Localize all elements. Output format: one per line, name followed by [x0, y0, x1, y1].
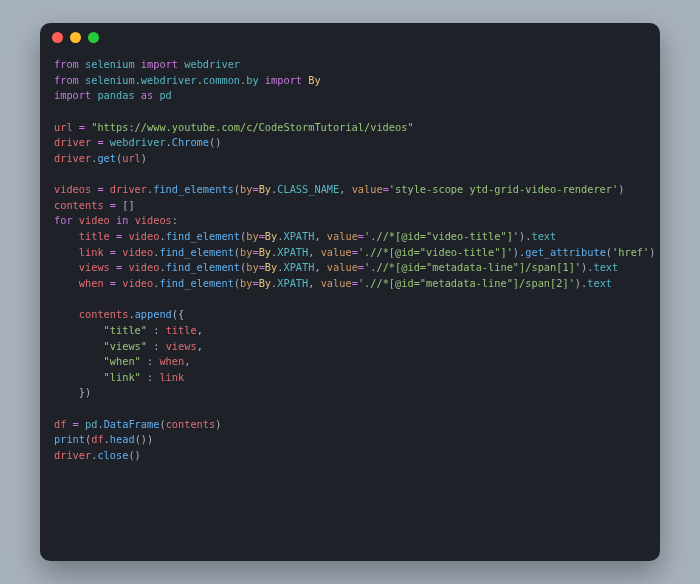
var-url: url	[54, 121, 73, 133]
kw-import: import	[265, 74, 302, 86]
titlebar	[40, 23, 660, 51]
var-df: df	[54, 418, 66, 430]
op-eq: =	[79, 121, 85, 133]
dict-key-title: "title"	[104, 324, 147, 336]
mod-pd: pd	[85, 418, 97, 430]
obj-driver: driver	[110, 183, 147, 195]
close-brace: })	[79, 386, 91, 398]
empty-list: []	[122, 199, 134, 211]
close-icon[interactable]	[52, 32, 63, 43]
attr-text: text	[531, 230, 556, 242]
cls-by: By	[259, 183, 271, 195]
fn-close: close	[97, 449, 128, 461]
mod-selenium: selenium	[85, 74, 135, 86]
mod-webdriver: webdriver	[184, 58, 240, 70]
var-driver: driver	[54, 136, 91, 148]
iter-videos: videos	[135, 214, 172, 226]
kw-from: from	[54, 74, 79, 86]
var-title: title	[79, 230, 110, 242]
attr-classname: CLASS_NAME	[277, 183, 339, 195]
obj-driver: driver	[54, 449, 91, 461]
var-driver: driver	[54, 152, 91, 164]
kw-import: import	[54, 89, 91, 101]
fn-dataframe: DataFrame	[104, 418, 160, 430]
mod-by: by	[246, 74, 258, 86]
code-content: from selenium import webdriver from sele…	[40, 51, 660, 561]
fn-print: print	[54, 433, 85, 445]
str-url: "https://www.youtube.com/c/CodeStormTuto…	[91, 121, 413, 133]
mod-webdriver: webdriver	[110, 136, 166, 148]
fn-get-attribute: get_attribute	[525, 246, 606, 258]
op-eq: =	[97, 136, 103, 148]
var-link: link	[79, 246, 104, 258]
fn-find-elements: find_elements	[153, 183, 234, 195]
obj-contents: contents	[79, 308, 129, 320]
var-video: video	[79, 214, 110, 226]
op-eq: =	[97, 183, 103, 195]
fn-find-element: find_element	[166, 230, 240, 242]
var-views: views	[79, 261, 110, 273]
code-window: from selenium import webdriver from sele…	[40, 23, 660, 561]
dict-key-link: "link"	[104, 371, 141, 383]
minimize-icon[interactable]	[70, 32, 81, 43]
str-href: 'href'	[612, 246, 649, 258]
param-value: value	[352, 183, 383, 195]
kw-from: from	[54, 58, 79, 70]
arg-url: url	[122, 152, 141, 164]
cls-by: By	[308, 74, 320, 86]
mod-webdriver: webdriver	[141, 74, 197, 86]
dict-key-when: "when"	[104, 355, 141, 367]
fn-head: head	[110, 433, 135, 445]
kw-import: import	[141, 58, 178, 70]
mod-pandas: pandas	[97, 89, 134, 101]
kw-as: as	[141, 89, 153, 101]
paren: ()	[209, 136, 221, 148]
mod-common: common	[203, 74, 240, 86]
op-eq: =	[110, 199, 116, 211]
fn-append: append	[135, 308, 172, 320]
var-when: when	[79, 277, 104, 289]
kw-in: in	[116, 214, 128, 226]
str-selector: 'style-scope ytd-grid-video-renderer'	[389, 183, 618, 195]
var-contents: contents	[54, 199, 104, 211]
var-videos: videos	[54, 183, 91, 195]
fn-chrome: Chrome	[172, 136, 209, 148]
maximize-icon[interactable]	[88, 32, 99, 43]
mod-selenium: selenium	[85, 58, 135, 70]
fn-get: get	[97, 152, 116, 164]
param-by: by	[240, 183, 252, 195]
alias-pd: pd	[159, 89, 171, 101]
str-xpath: './/*[@id="video-title"]'	[364, 230, 519, 242]
kw-for: for	[54, 214, 73, 226]
obj-video: video	[128, 230, 159, 242]
dict-key-views: "views"	[104, 340, 147, 352]
